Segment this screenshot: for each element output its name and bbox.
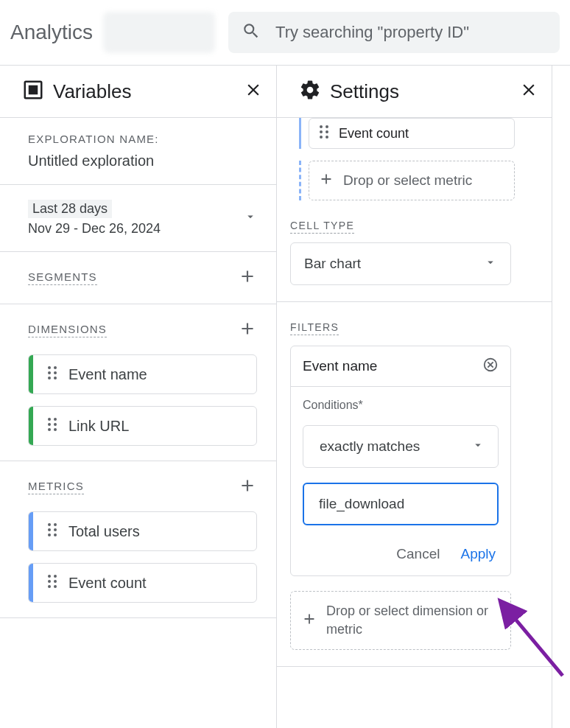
dimensions-section: DIMENSIONS Event name Link URL <box>0 304 276 461</box>
svg-point-12 <box>48 428 51 431</box>
svg-point-29 <box>326 130 328 133</box>
svg-point-31 <box>326 136 328 139</box>
drop-metric-label: Drop or select metric <box>343 172 472 189</box>
svg-point-3 <box>54 366 57 369</box>
exploration-name-label: EXPLORATION NAME: <box>28 133 257 145</box>
svg-point-2 <box>48 366 51 369</box>
close-icon[interactable] <box>244 80 263 102</box>
settings-title: Settings <box>330 80 510 103</box>
segments-label: SEGMENTS <box>28 270 97 285</box>
date-range: Nov 29 - Dec 26, 2024 <box>28 221 161 237</box>
date-preset: Last 28 days <box>28 200 112 218</box>
svg-point-11 <box>54 423 57 426</box>
chevron-down-icon <box>471 438 485 455</box>
variables-title: Variables <box>53 80 235 103</box>
filter-card: Event name Conditions* exactly matches <box>290 346 511 576</box>
settings-header: Settings <box>277 66 552 117</box>
dimension-chip-label: Event name <box>68 366 147 383</box>
match-type-value: exactly matches <box>320 438 420 455</box>
dimension-chip[interactable]: Link URL <box>28 406 257 446</box>
filter-dimension: Event name <box>303 358 377 374</box>
svg-point-26 <box>320 125 323 128</box>
metric-chip-label: Total users <box>68 523 140 540</box>
conditions-label: Conditions* <box>303 399 499 412</box>
chevron-down-icon <box>484 256 497 272</box>
drag-handle-icon <box>46 416 58 436</box>
svg-point-20 <box>48 575 51 578</box>
variables-panel: Variables EXPLORATION NAME: Untitled exp… <box>0 66 277 728</box>
filter-header: Event name <box>291 346 510 387</box>
date-range-section[interactable]: Last 28 days Nov 29 - Dec 26, 2024 <box>0 184 276 251</box>
svg-point-28 <box>320 130 323 133</box>
dimensions-label: DIMENSIONS <box>28 323 107 337</box>
svg-point-15 <box>54 523 57 526</box>
plus-icon <box>301 611 317 630</box>
filter-value-input[interactable]: file_download <box>303 483 499 525</box>
svg-point-22 <box>48 580 51 583</box>
svg-point-24 <box>48 585 51 588</box>
svg-point-13 <box>54 428 57 431</box>
add-segment-button[interactable] <box>238 267 257 289</box>
remove-filter-button[interactable] <box>482 357 499 376</box>
metric-chip[interactable]: Event count <box>28 563 257 603</box>
segments-section: SEGMENTS <box>0 251 276 304</box>
svg-point-17 <box>54 528 57 531</box>
svg-point-23 <box>54 580 57 583</box>
variables-header: Variables <box>0 66 276 117</box>
svg-point-6 <box>48 377 51 379</box>
settings-panel: Settings Event count Drop o <box>277 66 552 728</box>
top-bar: Analytics Try searching "property ID" <box>0 0 570 65</box>
svg-point-10 <box>48 423 51 426</box>
match-type-select[interactable]: exactly matches <box>303 425 499 468</box>
cancel-button[interactable]: Cancel <box>396 546 440 562</box>
metric-chip-label: Event count <box>68 575 147 592</box>
svg-point-18 <box>48 533 51 536</box>
svg-point-7 <box>54 377 57 379</box>
plus-icon <box>318 171 334 190</box>
svg-point-27 <box>326 125 328 128</box>
cell-type-label: CELL TYPE <box>290 220 354 234</box>
cell-type-value: Bar chart <box>304 256 361 272</box>
svg-point-16 <box>48 528 51 531</box>
metrics-label: METRICS <box>28 480 84 494</box>
drag-handle-icon <box>46 521 58 542</box>
filter-value: file_download <box>319 496 404 512</box>
cell-type-select[interactable]: Bar chart <box>290 242 511 285</box>
svg-point-21 <box>54 575 57 578</box>
apply-button[interactable]: Apply <box>460 546 496 562</box>
metrics-section: METRICS Total users Event count <box>0 461 276 617</box>
variables-icon <box>22 79 44 104</box>
exploration-name-section: EXPLORATION NAME: Untitled exploration <box>0 117 276 184</box>
account-selector[interactable] <box>103 12 215 53</box>
svg-point-4 <box>48 371 51 374</box>
svg-rect-1 <box>29 85 38 95</box>
svg-point-25 <box>54 585 57 588</box>
app-title: Analytics <box>10 21 93 44</box>
values-metric-chip[interactable]: Event count <box>309 118 515 149</box>
drop-filter-zone[interactable]: Drop or select dimension or metric <box>290 591 511 650</box>
gear-icon <box>299 79 321 104</box>
drag-handle-icon <box>318 123 330 144</box>
dimension-chip[interactable]: Event name <box>28 354 257 394</box>
values-metric-label: Event count <box>339 126 409 141</box>
search-input[interactable]: Try searching "property ID" <box>228 12 560 53</box>
svg-point-8 <box>48 418 51 421</box>
drag-handle-icon <box>46 364 58 385</box>
dimension-chip-label: Link URL <box>68 418 129 435</box>
svg-point-14 <box>48 523 51 526</box>
filters-label: FILTERS <box>290 321 339 335</box>
metric-chip[interactable]: Total users <box>28 511 257 551</box>
svg-point-19 <box>54 533 57 536</box>
search-icon <box>242 21 261 43</box>
search-placeholder: Try searching "property ID" <box>275 23 469 42</box>
drop-filter-label: Drop or select dimension or metric <box>326 602 500 639</box>
svg-point-5 <box>54 371 57 374</box>
close-icon[interactable] <box>519 80 538 102</box>
chevron-down-icon <box>244 210 257 226</box>
exploration-name-input[interactable]: Untitled exploration <box>28 153 257 169</box>
svg-point-30 <box>320 136 323 139</box>
add-dimension-button[interactable] <box>238 319 257 341</box>
add-metric-button[interactable] <box>238 476 257 498</box>
svg-point-9 <box>54 418 57 421</box>
drop-metric-zone[interactable]: Drop or select metric <box>309 161 515 200</box>
